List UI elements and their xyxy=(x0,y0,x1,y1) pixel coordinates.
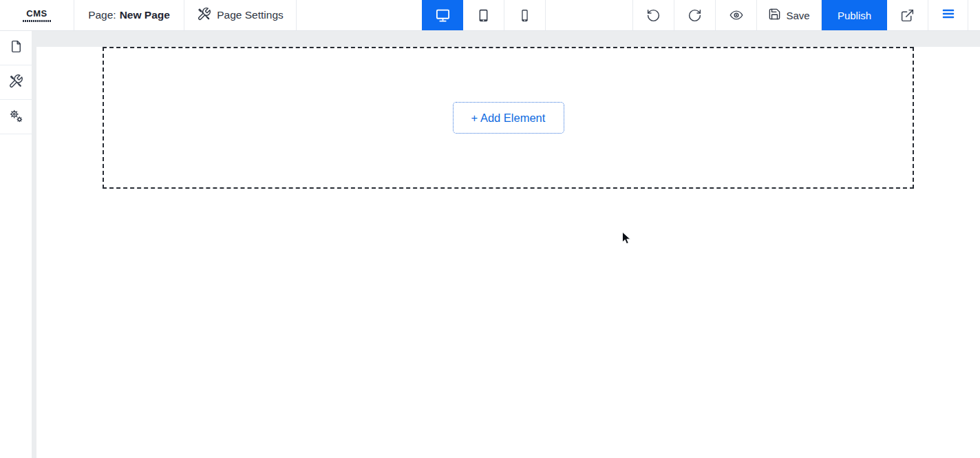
redo-button[interactable] xyxy=(674,0,716,30)
main-menu-button[interactable] xyxy=(928,0,968,30)
eye-icon xyxy=(729,8,744,23)
redo-icon xyxy=(688,8,702,23)
empty-section-dropzone[interactable]: + Add Element xyxy=(103,47,914,189)
undo-button[interactable] xyxy=(633,0,674,30)
page-title-prefix: Page: xyxy=(88,9,116,21)
top-toolbar: CMS Page: New Page Page Settings xyxy=(0,0,980,31)
open-site-button[interactable] xyxy=(887,0,928,30)
save-label: Save xyxy=(786,10,809,21)
cms-logo[interactable]: CMS xyxy=(0,0,74,30)
sidebar-item-pages[interactable] xyxy=(0,31,32,65)
canvas-gutter: + Add Element xyxy=(32,31,980,458)
floppy-disk-icon xyxy=(768,8,781,23)
device-desktop-button[interactable] xyxy=(422,0,463,30)
cms-logo-text: CMS xyxy=(26,8,47,19)
preview-button[interactable] xyxy=(716,0,757,30)
publish-button[interactable]: Publish xyxy=(822,0,887,30)
toolbar-spacer xyxy=(546,0,633,30)
tablet-icon xyxy=(476,8,491,23)
page-settings-label: Page Settings xyxy=(217,9,284,21)
device-tablet-button[interactable] xyxy=(463,0,504,30)
sidebar-item-settings[interactable] xyxy=(0,100,32,134)
undo-icon xyxy=(646,8,661,23)
cms-logo-subtext xyxy=(23,20,52,22)
page-settings-button[interactable]: Page Settings xyxy=(184,0,297,30)
left-sidebar xyxy=(0,31,32,458)
sidebar-item-design[interactable] xyxy=(0,65,32,100)
save-button[interactable]: Save xyxy=(757,0,822,30)
tools-icon xyxy=(197,7,211,24)
device-mobile-button[interactable] xyxy=(504,0,546,30)
page-canvas[interactable]: + Add Element xyxy=(36,47,980,458)
external-link-icon xyxy=(900,8,915,23)
toolbar-spacer xyxy=(968,0,980,30)
toolbar-spacer xyxy=(297,0,422,30)
add-element-button[interactable]: + Add Element xyxy=(453,102,564,134)
hamburger-menu-icon xyxy=(941,7,956,23)
gears-icon xyxy=(8,108,23,126)
design-tools-icon xyxy=(8,74,23,92)
page-icon xyxy=(9,39,23,56)
page-title[interactable]: Page: New Page xyxy=(74,0,184,30)
page-title-name: New Page xyxy=(120,9,170,21)
main-area: + Add Element xyxy=(0,31,980,458)
mobile-icon xyxy=(517,8,533,23)
desktop-icon xyxy=(435,8,451,23)
